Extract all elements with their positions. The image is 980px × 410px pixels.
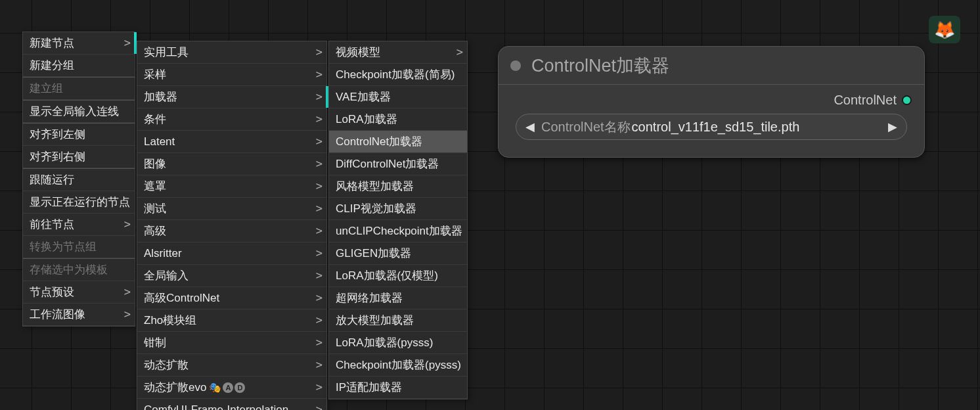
- node-body: ControlNet ◀ ControlNet名称 control_v11f1e…: [499, 85, 924, 147]
- chevron-right-icon[interactable]: ▶: [885, 120, 900, 134]
- menu-item[interactable]: 全局输入: [137, 265, 326, 287]
- chevron-left-icon[interactable]: ◀: [523, 120, 537, 134]
- menu-item-label: Checkpoint加载器(简易): [336, 68, 455, 81]
- menu-item[interactable]: 遮罩: [137, 175, 326, 198]
- menu-item[interactable]: Zho模块组: [137, 309, 326, 332]
- menu-item-label: 对齐到左侧: [30, 128, 85, 141]
- badge-a: A: [223, 382, 233, 393]
- menu-item[interactable]: DiffControlNet加载器: [329, 153, 467, 175]
- node-output-row: ControlNet: [512, 91, 911, 108]
- node-title: ControlNet加载器: [531, 54, 669, 78]
- menu-item-label: 新建分组: [30, 59, 74, 72]
- node-output-label: ControlNet: [834, 93, 897, 107]
- menu-item[interactable]: 测试: [137, 198, 326, 220]
- menu-item-label: LoRA加载器(pysss): [336, 336, 433, 349]
- context-menu-level3[interactable]: 视频模型Checkpoint加载器(简易)VAE加载器LoRA加载器Contro…: [328, 41, 468, 399]
- menu-item-label: 对齐到右侧: [30, 150, 85, 163]
- menu-item[interactable]: 图像: [137, 153, 326, 175]
- menu-item-label: CLIP视觉加载器: [336, 202, 416, 215]
- menu-item[interactable]: 动态扩散: [137, 354, 326, 376]
- menu-item-label: 图像: [144, 158, 166, 170]
- theater-masks-icon: 🎭: [209, 380, 221, 395]
- menu-item-label: 存储选中为模板: [30, 263, 108, 276]
- context-menu-level1[interactable]: 新建节点新建分组建立组显示全局输入连线对齐到左侧对齐到右侧跟随运行显示正在运行的…: [22, 32, 135, 327]
- menu-item-label: 节点预设: [30, 286, 74, 298]
- menu-item-label: 新建节点: [30, 37, 74, 49]
- menu-item-label: 前往节点: [30, 218, 74, 231]
- menu-item-label: 加载器: [144, 91, 177, 103]
- menu-item[interactable]: 前往节点: [23, 214, 135, 236]
- node-collapse-dot[interactable]: [510, 60, 521, 71]
- menu-item[interactable]: 钳制: [137, 332, 326, 354]
- menu-item-label: 放大模型加载器: [336, 314, 414, 327]
- menu-item: 存储选中为模板: [23, 258, 135, 281]
- menu-item[interactable]: Alsritter: [137, 242, 326, 265]
- menu-item[interactable]: 放大模型加载器: [329, 309, 467, 332]
- widget-label: ControlNet名称: [541, 118, 631, 136]
- widget-controlnet-name[interactable]: ◀ ControlNet名称 control_v11f1e_sd15_tile.…: [516, 114, 907, 140]
- menu-item: 建立组: [23, 77, 135, 100]
- menu-item[interactable]: unCLIPCheckpoint加载器: [329, 220, 467, 242]
- menu-item[interactable]: 显示正在运行的节点: [23, 191, 135, 214]
- output-port-controlnet[interactable]: [902, 95, 912, 105]
- menu-item-label: LoRA加载器(仅模型): [336, 269, 438, 282]
- menu-item[interactable]: LoRA加载器: [329, 108, 467, 131]
- menu-item[interactable]: ControlNet加载器: [329, 131, 467, 153]
- menu-item[interactable]: LoRA加载器(仅模型): [329, 265, 467, 287]
- menu-item[interactable]: 实用工具: [137, 41, 326, 64]
- menu-item-label: Alsritter: [144, 247, 182, 260]
- menu-item-label: 实用工具: [144, 46, 189, 58]
- menu-item[interactable]: 节点预设: [23, 281, 135, 304]
- menu-item[interactable]: 超网络加载器: [329, 287, 467, 309]
- menu-item[interactable]: 高级ControlNet: [137, 287, 326, 309]
- menu-item-label: 显示全局输入连线: [30, 105, 119, 118]
- menu-item-label: 全局输入: [144, 269, 189, 282]
- menu-item-label: Latent: [144, 135, 175, 148]
- menu-item[interactable]: Latent: [137, 131, 326, 153]
- menu-item[interactable]: Checkpoint加载器(简易): [329, 64, 467, 86]
- menu-item: 转换为节点组: [23, 236, 135, 258]
- menu-item[interactable]: 风格模型加载器: [329, 175, 467, 198]
- menu-item-label: VAE加载器: [336, 91, 391, 103]
- menu-item[interactable]: Checkpoint加载器(pysss): [329, 354, 467, 376]
- menu-item-label: 视频模型: [336, 46, 380, 58]
- menu-item-label: 超网络加载器: [336, 292, 403, 304]
- menu-item-label: 采样: [144, 68, 166, 81]
- badge-d: D: [234, 382, 245, 393]
- node-controlnet-loader[interactable]: ControlNet加载器 ControlNet ◀ ControlNet名称 …: [498, 46, 925, 158]
- menu-item[interactable]: LoRA加载器(pysss): [329, 332, 467, 354]
- menu-item-label: 转换为节点组: [30, 240, 97, 253]
- menu-item[interactable]: 高级: [137, 220, 326, 242]
- menu-item[interactable]: VAE加载器: [329, 86, 467, 108]
- menu-item-label: 工作流图像: [30, 308, 85, 321]
- menu-item[interactable]: GLIGEN加载器: [329, 242, 467, 265]
- menu-item[interactable]: 视频模型: [329, 41, 467, 64]
- menu-item[interactable]: 新建分组: [23, 55, 135, 77]
- menu-item[interactable]: 对齐到左侧: [23, 123, 135, 146]
- menu-item[interactable]: 新建节点: [23, 32, 135, 55]
- context-menu-level2[interactable]: 实用工具采样加载器条件Latent图像遮罩测试高级Alsritter全局输入高级…: [137, 41, 327, 410]
- menu-item[interactable]: 工作流图像: [23, 304, 135, 326]
- menu-item[interactable]: IP适配加载器: [329, 376, 467, 399]
- menu-item-label: 测试: [144, 202, 166, 215]
- node-header[interactable]: ControlNet加载器: [499, 47, 924, 85]
- menu-item[interactable]: 加载器: [137, 86, 326, 108]
- menu-item-label: ComfyUI-Frame-Interpolation: [144, 403, 288, 410]
- menu-item-label: IP适配加载器: [336, 381, 402, 394]
- menu-item-label: 跟随运行: [30, 173, 74, 186]
- menu-item-label: Checkpoint加载器(pysss): [336, 359, 461, 371]
- menu-item[interactable]: 跟随运行: [23, 168, 135, 191]
- menu-item[interactable]: ComfyUI-Frame-Interpolation: [137, 399, 326, 410]
- manager-avatar[interactable]: 🦊: [929, 16, 960, 43]
- menu-item[interactable]: 条件: [137, 108, 326, 131]
- menu-item[interactable]: 动态扩散evo🎭AD: [137, 376, 326, 399]
- menu-item-label: 风格模型加载器: [336, 180, 414, 193]
- menu-item-label: unCLIPCheckpoint加载器: [336, 225, 462, 237]
- menu-item-label: 显示正在运行的节点: [30, 196, 130, 208]
- menu-item[interactable]: CLIP视觉加载器: [329, 198, 467, 220]
- menu-item[interactable]: 显示全局输入连线: [23, 100, 135, 123]
- menu-item-label: Zho模块组: [144, 314, 196, 327]
- menu-item[interactable]: 采样: [137, 64, 326, 86]
- menu-item-label: 钳制: [144, 336, 166, 349]
- menu-item[interactable]: 对齐到右侧: [23, 146, 135, 168]
